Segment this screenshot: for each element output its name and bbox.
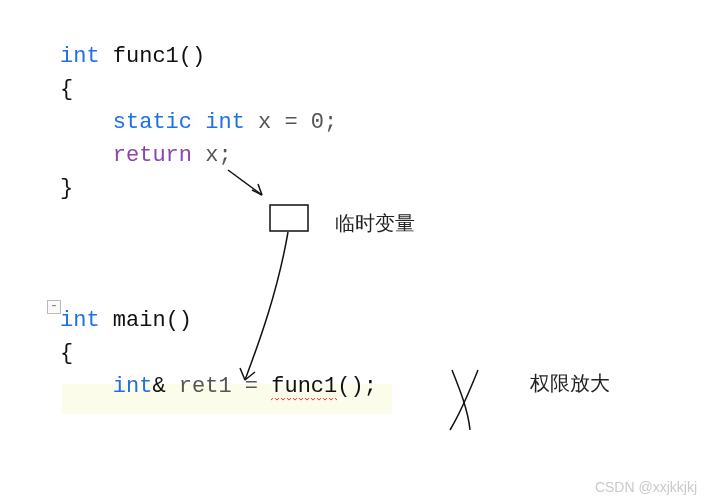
keyword-return: return bbox=[113, 143, 192, 168]
var-decl: ret1 = bbox=[166, 374, 272, 399]
parens: () bbox=[179, 44, 205, 69]
keyword-int: int bbox=[60, 44, 100, 69]
code-line-2: { bbox=[60, 73, 377, 106]
code-line-6: int main() bbox=[60, 304, 377, 337]
brace-open: { bbox=[60, 77, 73, 102]
code-line-4: return x; bbox=[60, 139, 377, 172]
parens: () bbox=[166, 308, 192, 333]
function-name-func1: func1 bbox=[113, 44, 179, 69]
code-line-7: { bbox=[60, 337, 377, 370]
decl-rest: x = 0; bbox=[245, 110, 337, 135]
brace-close: } bbox=[60, 176, 73, 201]
annotation-permission-enlarge: 权限放大 bbox=[530, 370, 610, 397]
keyword-int: int bbox=[205, 110, 245, 135]
code-line-3: static int x = 0; bbox=[60, 106, 377, 139]
brace-open: { bbox=[60, 341, 73, 366]
code-line-8: int& ret1 = func1(); bbox=[60, 370, 377, 403]
keyword-int: int bbox=[113, 374, 153, 399]
annotation-temp-variable: 临时变量 bbox=[335, 210, 415, 237]
code-line-5: } bbox=[60, 172, 377, 205]
keyword-int: int bbox=[60, 308, 100, 333]
blank-line bbox=[60, 271, 377, 304]
fold-indicator-icon[interactable]: - bbox=[47, 300, 61, 314]
function-name-main: main bbox=[113, 308, 166, 333]
ampersand: & bbox=[152, 374, 165, 399]
keyword-static: static bbox=[113, 110, 192, 135]
call-func1: func1 bbox=[271, 374, 337, 401]
blank-line bbox=[60, 205, 377, 238]
return-expr: x; bbox=[192, 143, 232, 168]
watermark: CSDN @xxjkkjkj bbox=[595, 479, 697, 495]
code-block: int func1() { static int x = 0; return x… bbox=[60, 40, 377, 403]
code-line-1: int func1() bbox=[60, 40, 377, 73]
blank-line bbox=[60, 238, 377, 271]
call-end: (); bbox=[337, 374, 377, 399]
